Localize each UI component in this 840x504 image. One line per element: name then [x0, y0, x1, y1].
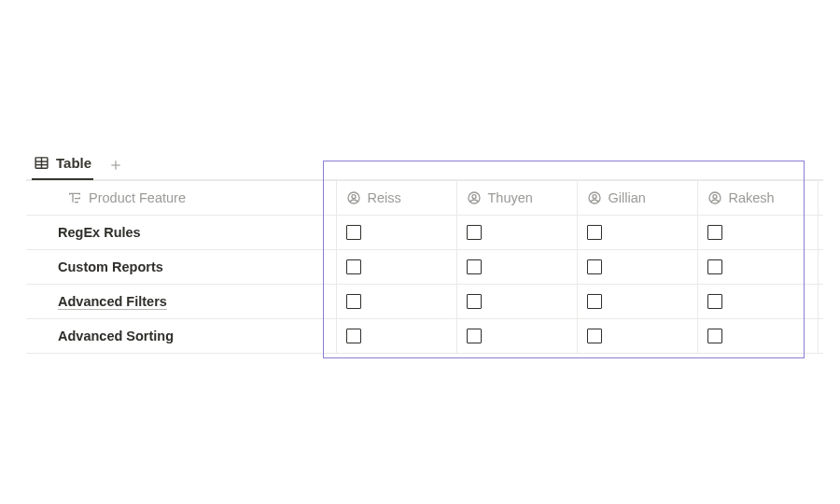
- row-tail: [818, 319, 823, 354]
- column-header-person-0[interactable]: Reiss: [336, 181, 456, 216]
- row-spacer: [26, 319, 58, 354]
- header-spacer: [26, 181, 58, 216]
- column-header-person-0-label: Reiss: [368, 190, 401, 205]
- checkbox[interactable]: [467, 259, 482, 274]
- column-header-person-1[interactable]: Thuyen: [456, 181, 577, 216]
- column-header-person-2[interactable]: Gillian: [577, 181, 697, 216]
- svg-point-9: [472, 195, 476, 199]
- row-spacer: [26, 250, 58, 285]
- checkbox[interactable]: [467, 225, 482, 240]
- checkbox[interactable]: [467, 329, 482, 343]
- table-row[interactable]: Advanced Sorting: [26, 319, 823, 354]
- row-tail: [818, 216, 823, 250]
- table-icon: [34, 155, 49, 171]
- checkbox-cell[interactable]: [697, 250, 818, 285]
- column-header-name[interactable]: Product Feature: [58, 181, 336, 216]
- column-header-person-3-label: Rakesh: [729, 190, 775, 205]
- header-tail: [818, 181, 823, 216]
- table-row[interactable]: Advanced Filters: [26, 285, 823, 319]
- plus-icon: [108, 158, 123, 173]
- checkbox[interactable]: [587, 259, 602, 274]
- checkbox[interactable]: [707, 294, 722, 309]
- checkbox-cell[interactable]: [336, 250, 456, 285]
- checkbox-cell[interactable]: [697, 216, 818, 250]
- view-tabs: Table: [26, 149, 823, 180]
- column-header-name-label: Product Feature: [89, 190, 186, 205]
- checkbox-cell[interactable]: [577, 319, 697, 354]
- checkbox-cell[interactable]: [456, 250, 577, 285]
- table-container: Product Feature R: [26, 180, 823, 354]
- checkbox[interactable]: [707, 225, 722, 240]
- row-name-cell[interactable]: Advanced Sorting: [58, 319, 336, 354]
- checkbox-cell[interactable]: [456, 285, 577, 319]
- checkbox[interactable]: [467, 294, 482, 309]
- checkbox-cell[interactable]: [336, 216, 456, 250]
- row-name-cell[interactable]: Custom Reports: [58, 250, 336, 285]
- person-icon: [587, 190, 602, 205]
- checkbox-cell[interactable]: [697, 285, 818, 319]
- checkbox-cell[interactable]: [697, 319, 818, 354]
- checkbox-cell[interactable]: [456, 216, 577, 250]
- checkbox[interactable]: [346, 329, 361, 343]
- checkbox[interactable]: [346, 259, 361, 274]
- svg-point-7: [352, 195, 356, 199]
- checkbox-cell[interactable]: [577, 285, 697, 319]
- tab-table[interactable]: Table: [32, 149, 93, 180]
- row-spacer: [26, 216, 58, 250]
- person-icon: [346, 190, 361, 205]
- checkbox-cell[interactable]: [456, 319, 577, 354]
- svg-point-13: [713, 195, 717, 199]
- column-header-person-3[interactable]: Rakesh: [697, 181, 818, 216]
- add-view-button[interactable]: [105, 154, 127, 176]
- checkbox-cell[interactable]: [577, 216, 697, 250]
- feature-table: Product Feature R: [26, 180, 823, 354]
- checkbox[interactable]: [707, 259, 722, 274]
- table-row[interactable]: Custom Reports: [26, 250, 823, 285]
- checkbox-cell[interactable]: [336, 285, 456, 319]
- checkbox-cell[interactable]: [577, 250, 697, 285]
- svg-point-11: [593, 195, 596, 199]
- person-icon: [707, 190, 722, 205]
- checkbox[interactable]: [346, 225, 361, 240]
- person-icon: [467, 190, 482, 205]
- checkbox[interactable]: [587, 294, 602, 309]
- checkbox[interactable]: [587, 329, 602, 343]
- column-header-person-1-label: Thuyen: [488, 190, 533, 205]
- table-row[interactable]: RegEx Rules: [26, 216, 823, 250]
- row-tail: [818, 285, 823, 319]
- column-header-person-2-label: Gillian: [609, 190, 646, 205]
- checkbox[interactable]: [707, 329, 722, 343]
- checkbox-cell[interactable]: [336, 319, 456, 354]
- text-icon: [67, 190, 82, 205]
- checkbox[interactable]: [587, 225, 602, 240]
- row-tail: [818, 250, 823, 285]
- row-spacer: [26, 285, 58, 319]
- tab-label: Table: [56, 155, 91, 171]
- row-name-cell[interactable]: RegEx Rules: [58, 216, 336, 250]
- row-name-cell[interactable]: Advanced Filters: [58, 285, 336, 319]
- checkbox[interactable]: [346, 294, 361, 309]
